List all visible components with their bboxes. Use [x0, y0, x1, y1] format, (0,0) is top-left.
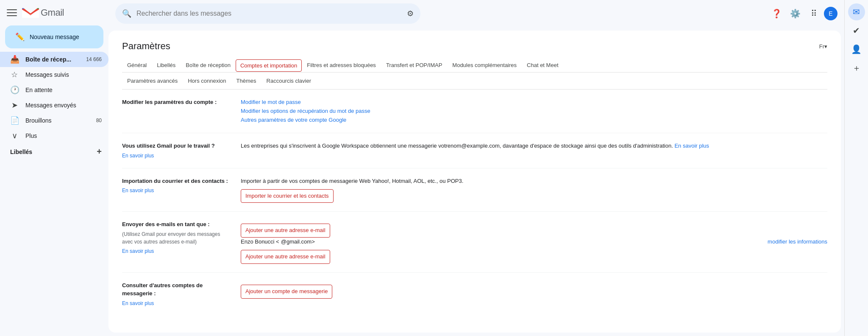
settings-title: Paramètres: [122, 41, 170, 52]
row-content-check-mail: Ajouter un compte de messagerie: [241, 281, 827, 299]
row-content-send-as: Ajouter une autre adresse e-mail Enzo Bo…: [241, 220, 827, 263]
row-text-import: Importer à partir de vos comptes de mess…: [241, 177, 827, 186]
tab-accounts[interactable]: Comptes et importation: [236, 59, 302, 72]
help-button[interactable]: ❓: [768, 5, 785, 22]
settings-row-account-settings: Modifier les paramètres du compte :Modif…: [122, 90, 827, 133]
row-label-text-account-settings: Modifier les paramètres du compte :: [122, 99, 217, 105]
tab-addons[interactable]: Modules complémentaires: [447, 59, 522, 73]
nav-icon-starred: ☆: [10, 70, 19, 79]
link-modifier-les-options-de-récupé[interactable]: Modifier les options de récupération du …: [241, 107, 827, 116]
nav-label-sent: Messages envoyés: [25, 102, 76, 109]
nav-label-starred: Messages suivis: [25, 71, 69, 78]
sub-tab-themes[interactable]: Thèmes: [231, 74, 262, 87]
tab-inbox[interactable]: Boîte de réception: [181, 59, 236, 73]
nav-label-more: Plus: [25, 132, 37, 139]
settings-area: Paramètres Fr▾ GénéralLibellésBoîte de r…: [108, 31, 841, 333]
language-selector[interactable]: Fr▾: [819, 43, 827, 50]
row-label-workspace: Vous utilisez Gmail pour le travail ?En …: [122, 142, 241, 160]
learn-more-workspace[interactable]: En savoir plus: [122, 152, 231, 160]
lang-label: Fr▾: [819, 43, 827, 50]
row-label-text-check-mail: Consulter d'autres comptes de messagerie…: [122, 282, 203, 297]
compose-button[interactable]: ✏️ Nouveau message: [5, 25, 103, 48]
action-button-check-mail[interactable]: Ajouter un compte de messagerie: [241, 285, 332, 299]
row-content-workspace: Les entreprises qui s'inscrivent à Googl…: [241, 142, 827, 151]
search-bar: 🔍 ⚙: [115, 3, 420, 24]
sidebar-item-starred[interactable]: ☆ Messages suivis: [0, 67, 108, 82]
tab-general[interactable]: Général: [122, 59, 152, 73]
sidebar-item-drafts[interactable]: 📄 Brouillons 80: [0, 113, 108, 128]
settings-title-row: Paramètres Fr▾: [122, 41, 827, 52]
action-button-import[interactable]: Importer le courrier et les contacts: [241, 189, 334, 203]
main-area: 🔍 ⚙ ❓ ⚙️ ⠿ E Paramètres Fr▾ GénéralLibel…: [108, 0, 844, 336]
tab-labels[interactable]: Libellés: [152, 59, 181, 73]
right-panel-check-icon[interactable]: ✔: [848, 22, 865, 39]
user-email-row-send-as: Enzo Bonucci < @gmail.com> modifier les …: [241, 238, 827, 246]
tab-forwarding[interactable]: Transfert et POP/IMAP: [381, 59, 447, 73]
sidebar-item-inbox[interactable]: 📥 Boîte de récep... 14 666: [0, 52, 108, 67]
settings-sub-tabs: Paramètres avancésHors connexionThèmesRa…: [122, 73, 827, 90]
settings-row-send-as: Envoyer des e-mails en tant que :(Utilis…: [122, 212, 827, 272]
sidebar-item-snoozed[interactable]: 🕐 En attente: [0, 82, 108, 98]
workspace-learn-more[interactable]: En savoir plus: [673, 143, 709, 149]
learn-more-check-mail[interactable]: En savoir plus: [122, 300, 231, 307]
top-bar: 🔍 ⚙ ❓ ⚙️ ⠿ E: [108, 0, 844, 27]
row-label-account-settings: Modifier les paramètres du compte :: [122, 98, 241, 106]
labels-title: Libellés: [10, 148, 32, 155]
settings-button[interactable]: ⚙️: [787, 5, 804, 22]
settings-content: Modifier les paramètres du compte :Modif…: [108, 90, 841, 316]
right-panel-add-icon[interactable]: ＋: [848, 59, 865, 76]
action-button-send-as[interactable]: Ajouter une autre adresse e-mail: [241, 224, 330, 238]
labels-section: Libellés +: [0, 143, 108, 158]
nav-icon-more: ∨: [10, 131, 19, 140]
row-content-account-settings: Modifier le mot de passeModifier les opt…: [241, 98, 827, 124]
search-input[interactable]: [136, 10, 402, 17]
sidebar-header: Gmail: [0, 3, 108, 22]
avatar[interactable]: E: [824, 7, 837, 20]
link-autres-paramètres-de-votre-com[interactable]: Autres paramètres de votre compte Google: [241, 116, 827, 125]
sub-tab-shortcuts[interactable]: Raccourcis clavier: [262, 74, 316, 87]
gmail-wordmark: Gmail: [41, 7, 64, 18]
nav-badge-drafts: 80: [96, 118, 102, 123]
top-icons: ❓ ⚙️ ⠿ E: [768, 5, 837, 22]
row-label-text-send-as: Envoyer des e-mails en tant que :: [122, 221, 210, 227]
learn-more-send-as[interactable]: En savoir plus: [122, 247, 231, 255]
row-label-check-mail: Consulter d'autres comptes de messagerie…: [122, 281, 241, 307]
nav-label-inbox: Boîte de récep...: [25, 56, 71, 63]
apps-button[interactable]: ⠿: [805, 5, 822, 22]
gmail-logo: Gmail: [22, 7, 64, 19]
tab-chat[interactable]: Chat et Meet: [522, 59, 563, 73]
settings-row-workspace: Vous utilisez Gmail pour le travail ?En …: [122, 133, 827, 168]
action-button-send-as[interactable]: Ajouter une autre adresse e-mail: [241, 250, 330, 264]
row-label-text-workspace: Vous utilisez Gmail pour le travail ?: [122, 143, 215, 149]
link-modifier-le-mot-de-passe[interactable]: Modifier le mot de passe: [241, 98, 827, 107]
settings-tabs: GénéralLibellésBoîte de réceptionComptes…: [122, 59, 827, 73]
compose-icon: ✏️: [15, 32, 25, 42]
row-sublabel-send-as: (Utilisez Gmail pour envoyer des message…: [122, 230, 231, 246]
nav-badge-inbox: 14 666: [86, 56, 102, 62]
row-label-send-as: Envoyer des e-mails en tant que :(Utilis…: [122, 220, 241, 255]
nav-icon-drafts: 📄: [10, 116, 19, 125]
compose-label: Nouveau message: [30, 34, 79, 40]
sidebar-item-sent[interactable]: ➤ Messages envoyés: [0, 98, 108, 113]
sub-tab-offline[interactable]: Hors connexion: [183, 74, 231, 87]
right-panel-person-icon[interactable]: 👤: [848, 41, 865, 58]
row-content-import: Importer à partir de vos comptes de mess…: [241, 177, 827, 203]
sub-tab-advanced[interactable]: Paramètres avancés: [122, 74, 183, 87]
modify-link-send-as[interactable]: modifier les informations: [768, 238, 827, 246]
right-panel-mail-icon[interactable]: ✉: [848, 3, 865, 20]
nav-label-snoozed: En attente: [25, 87, 53, 93]
settings-row-import: Importation du courrier et des contacts …: [122, 168, 827, 212]
settings-row-check-mail: Consulter d'autres comptes de messagerie…: [122, 273, 827, 316]
nav-icon-sent: ➤: [10, 101, 19, 110]
tab-filters[interactable]: Filtres et adresses bloquées: [302, 59, 381, 73]
gmail-logo-icon: [22, 7, 39, 19]
user-name: Enzo Bonucci <: [241, 238, 279, 246]
hamburger-icon[interactable]: [7, 8, 17, 18]
learn-more-import[interactable]: En savoir plus: [122, 187, 231, 194]
filter-options-icon[interactable]: ⚙: [407, 9, 414, 18]
nav-label-drafts: Brouillons: [25, 117, 51, 124]
add-label-button[interactable]: +: [97, 147, 102, 157]
sidebar-item-more[interactable]: ∨ Plus: [0, 128, 108, 143]
right-panel: ✉ ✔ 👤 ＋: [844, 0, 868, 336]
nav-list: 📥 Boîte de récep... 14 666 ☆ Messages su…: [0, 52, 108, 143]
